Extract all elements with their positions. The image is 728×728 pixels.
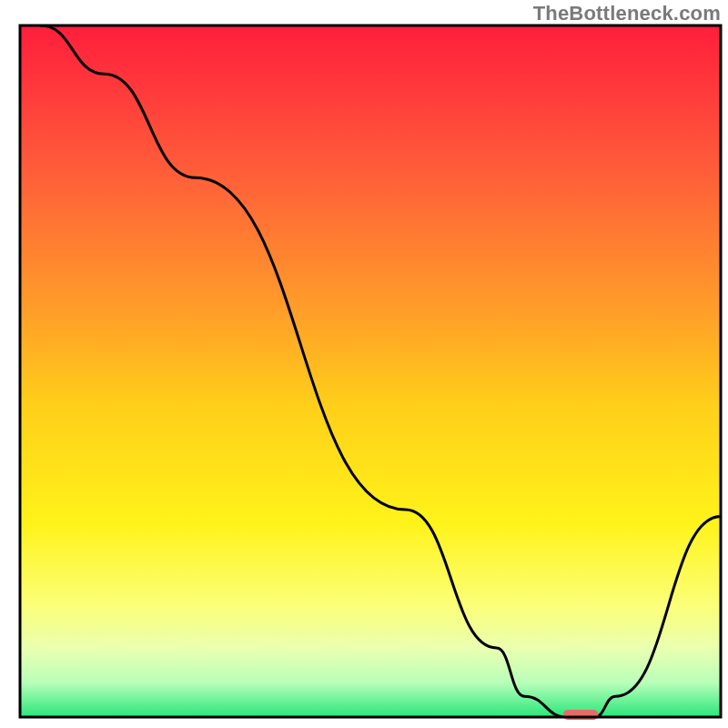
gradient-background xyxy=(20,25,721,717)
bottleneck-chart: TheBottleneck.com xyxy=(0,0,728,728)
chart-svg xyxy=(0,0,728,728)
watermark-text: TheBottleneck.com xyxy=(533,2,721,25)
